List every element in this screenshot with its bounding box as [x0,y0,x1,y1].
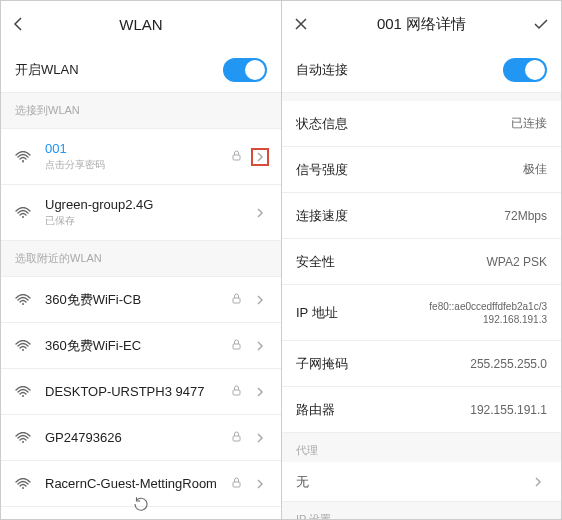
svg-point-3 [22,303,24,305]
wifi-icon [13,386,33,398]
wifi-name: 360免费WiFi-EC [45,337,232,355]
wifi-selected[interactable]: 001 点击分享密码 [1,129,281,185]
wifi-name: DESKTOP-URSTPH3 9477 [45,384,232,399]
svg-point-2 [22,216,24,218]
svg-point-7 [22,395,24,397]
lock-icon [232,431,241,444]
wifi-saved[interactable]: Ugreen-group2.4G 已保存 [1,185,281,241]
row-status: 状态信息 已连接 [282,101,561,147]
wifi-item[interactable]: 360免费WiFi-EC [1,323,281,369]
svg-rect-4 [233,298,240,303]
section-connected: 选接到WLAN [1,93,281,129]
details-chevron[interactable] [251,204,269,222]
row-signal: 信号强度 极佳 [282,147,561,193]
lock-icon [232,385,241,398]
back-button[interactable] [13,16,43,32]
svg-rect-1 [233,155,240,160]
wifi-icon [13,478,33,490]
lock-icon [232,339,241,352]
wlan-toggle[interactable] [223,58,267,82]
row-security: 安全性 WPA2 PSK [282,239,561,285]
svg-rect-8 [233,390,240,395]
wifi-sub: 已保存 [45,214,251,228]
wifi-name: 360免费WiFi-CB [45,291,232,309]
details-chevron[interactable] [251,475,269,493]
header-right: 001 网络详情 [282,1,561,47]
svg-point-11 [22,487,24,489]
page-title-left: WLAN [43,16,239,33]
row-ip: IP 地址 fe80::ae0ccedffdfeb2a1c/3 192.168.… [282,285,561,341]
auto-connect-label: 自动连接 [296,61,348,79]
lock-icon [232,477,241,490]
lock-icon [232,150,241,163]
section-available: 选取附近的WLAN [1,241,281,277]
wifi-icon [13,151,33,163]
details-chevron[interactable] [251,291,269,309]
proxy-select[interactable]: 无 [282,462,561,502]
ipset-section: IP 设置 [282,502,561,519]
wifi-sub: 点击分享密码 [45,158,232,172]
row-speed: 连接速度 72Mbps [282,193,561,239]
wifi-name: GP24793626 [45,430,232,445]
svg-point-5 [22,349,24,351]
wifi-item[interactable]: DESKTOP-URSTPH3 9477 [1,369,281,415]
refresh-icon[interactable] [1,495,281,513]
page-title-right: 001 网络详情 [324,15,519,34]
wifi-name: 001 [45,141,232,156]
wifi-item[interactable]: 360免费WiFi-CB [1,277,281,323]
header-left: WLAN [1,1,281,47]
chevron-icon [529,473,547,491]
svg-rect-10 [233,436,240,441]
wifi-name: RacernC-Guest-MettingRoom [45,476,232,491]
lock-icon [232,293,241,306]
wifi-icon [13,340,33,352]
wifi-item[interactable]: GP24793626 [1,415,281,461]
svg-point-0 [22,160,24,162]
wlan-toggle-label: 开启WLAN [15,61,79,79]
details-chevron[interactable] [251,429,269,447]
wifi-icon [13,207,33,219]
auto-connect-row[interactable]: 自动连接 [282,47,561,93]
wifi-icon [13,294,33,306]
details-chevron-selected[interactable] [251,148,269,166]
row-mask: 子网掩码 255.255.255.0 [282,341,561,387]
wlan-toggle-row[interactable]: 开启WLAN [1,47,281,93]
wifi-icon [13,432,33,444]
wifi-name: Ugreen-group2.4G [45,197,251,212]
auto-connect-toggle[interactable] [503,58,547,82]
confirm-button[interactable] [519,18,549,30]
svg-rect-12 [233,482,240,487]
proxy-section: 代理 [282,433,561,462]
details-chevron[interactable] [251,383,269,401]
details-chevron[interactable] [251,337,269,355]
row-router: 路由器 192.155.191.1 [282,387,561,433]
close-button[interactable] [294,17,324,31]
svg-rect-6 [233,344,240,349]
svg-point-9 [22,441,24,443]
